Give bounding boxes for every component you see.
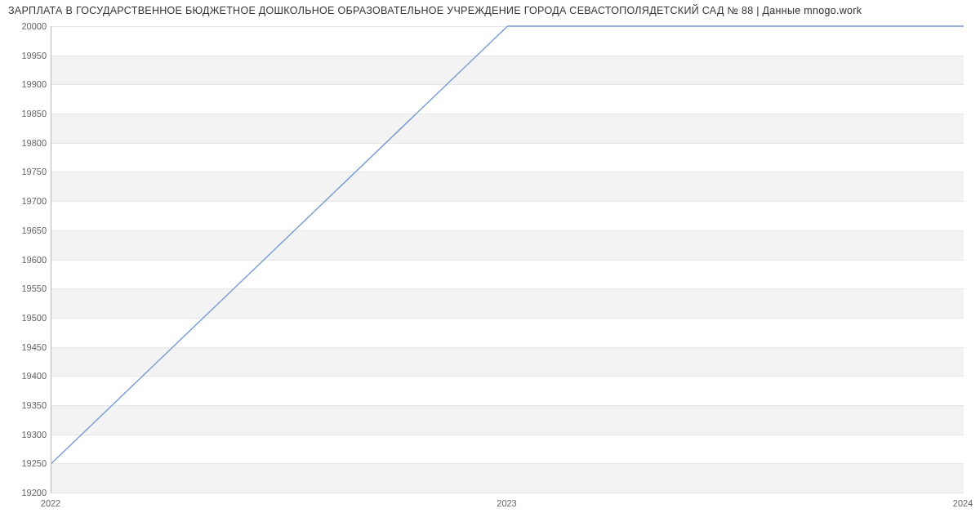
x-tick-label: 2024 (953, 498, 973, 508)
y-tick-label: 19800 (21, 138, 47, 148)
y-tick-label: 19200 (21, 488, 47, 498)
y-tick-label: 19300 (21, 430, 47, 440)
y-tick-label: 19950 (21, 51, 47, 60)
y-tick-label: 19600 (21, 255, 47, 265)
series-line (51, 26, 964, 463)
plot-area (51, 26, 964, 493)
salary-chart: ЗАРПЛАТА В ГОСУДАРСТВЕННОЕ БЮДЖЕТНОЕ ДОШ… (0, 0, 980, 531)
y-tick-label: 19850 (21, 109, 47, 118)
y-tick-label: 19400 (21, 371, 47, 381)
y-tick-label: 19550 (21, 283, 47, 293)
y-tick-label: 19900 (21, 79, 47, 89)
y-tick-label: 19500 (21, 313, 47, 323)
x-tick-label: 2022 (41, 498, 60, 508)
y-tick-label: 19750 (21, 167, 47, 176)
x-tick-label: 2023 (497, 498, 516, 508)
y-tick-label: 19250 (21, 458, 47, 468)
line-layer (51, 26, 964, 493)
y-tick-label: 19700 (21, 196, 47, 206)
y-tick-label: 19350 (21, 400, 47, 410)
y-tick-label: 19650 (21, 225, 47, 235)
y-gridline (51, 493, 964, 493)
chart-title: ЗАРПЛАТА В ГОСУДАРСТВЕННОЕ БЮДЖЕТНОЕ ДОШ… (8, 5, 862, 16)
y-tick-label: 19450 (21, 342, 47, 352)
y-tick-label: 20000 (21, 21, 47, 31)
